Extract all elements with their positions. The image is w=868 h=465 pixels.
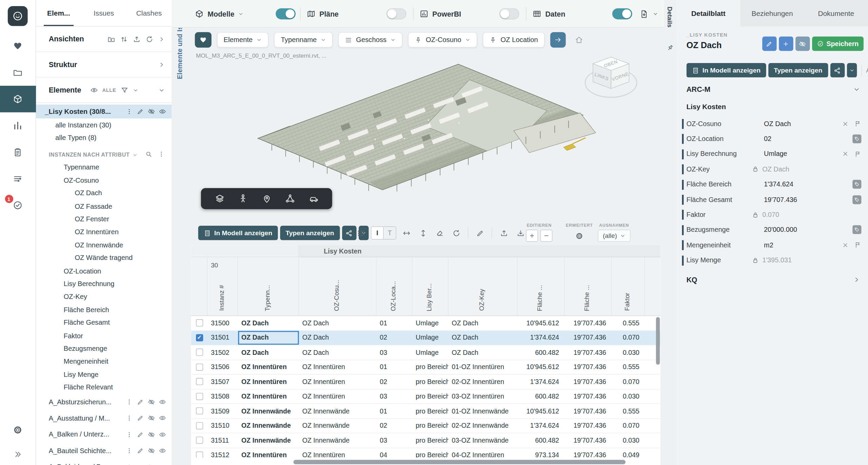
field-value[interactable]: 1'395.031 xyxy=(762,256,792,264)
cell-oz-cosuno[interactable]: OZ Dach xyxy=(299,316,377,330)
tree-item-alle-typen[interactable]: alle Typen (8) xyxy=(36,132,172,144)
pdf-export-icon[interactable] xyxy=(639,9,649,19)
modelle-label[interactable]: Modelle xyxy=(208,10,234,18)
cell-typenname[interactable]: OZ Innenwände xyxy=(238,419,299,433)
kebab-menu-icon[interactable] xyxy=(126,415,133,422)
eye-icon[interactable] xyxy=(159,447,166,454)
row-checkbox[interactable] xyxy=(196,319,203,326)
cell-faktor[interactable]: 0.030 xyxy=(612,345,645,360)
segment-types[interactable]: T xyxy=(383,227,396,239)
tree-item-lisy-kosten[interactable]: _Lisy Kosten (30/8... xyxy=(36,105,172,119)
cell-flaeche-gesamt[interactable]: 19'707.436 xyxy=(565,331,612,345)
viewport-3d[interactable]: OBEN LINKS VORNE xyxy=(172,60,664,221)
rail-reports-button[interactable] xyxy=(0,139,36,165)
flag-icon[interactable] xyxy=(854,241,861,248)
cell-flaeche-gesamt[interactable]: 19'707.436 xyxy=(565,448,612,458)
cell-oz-key[interactable]: 01-OZ Innentüren xyxy=(448,360,517,374)
save-button[interactable]: Speichern xyxy=(812,37,864,51)
pencil-icon[interactable] xyxy=(137,463,144,465)
eye-icon[interactable] xyxy=(159,108,166,115)
cell-flaeche-bereich[interactable]: 600.482 xyxy=(518,433,565,447)
typen-anzeigen-button[interactable]: Typen anzeigen xyxy=(768,63,828,77)
tree-attribute-item[interactable]: OZ Innenwände xyxy=(36,239,172,251)
bullet-list-button[interactable] xyxy=(354,226,368,240)
cell-oz-key[interactable]: OZ Dach xyxy=(448,331,517,345)
row-checkbox[interactable] xyxy=(196,451,203,458)
cell-flaeche-bereich[interactable]: 1'374.624 xyxy=(518,375,565,389)
tree-attribute-item[interactable]: OZ Innentüren xyxy=(36,226,172,239)
tree-attribute-item[interactable]: OZ Dach xyxy=(36,187,172,200)
cell-flaeche-bereich[interactable]: 1'374.624 xyxy=(518,419,565,433)
table-row[interactable]: 31501 OZ Dach OZ Dach 02 Umlage OZ Dach … xyxy=(191,331,660,345)
table-row[interactable]: 31507 OZ Innentüren OZ Innentüren 02 pro… xyxy=(191,375,660,389)
rail-settings-button[interactable] xyxy=(0,417,36,443)
person-walkthrough-icon[interactable] xyxy=(238,194,248,203)
cell-faktor[interactable]: 0.030 xyxy=(612,433,645,447)
header-faktor[interactable]: Faktor xyxy=(612,257,645,315)
eye-off-icon[interactable] xyxy=(148,447,155,454)
clear-value-icon[interactable] xyxy=(842,120,849,127)
export-button[interactable] xyxy=(514,226,527,240)
eye-off-icon[interactable] xyxy=(148,415,155,422)
cell-faktor[interactable]: 0.070 xyxy=(612,331,645,345)
header-flaeche-gesamt[interactable]: Fläche ... xyxy=(565,257,612,315)
field-value[interactable]: OZ Dach xyxy=(764,120,791,128)
section-struktur[interactable]: Struktur xyxy=(36,52,172,77)
tab-detailblatt[interactable]: Detailblatt xyxy=(676,0,740,26)
kebab-menu-icon[interactable] xyxy=(126,108,133,115)
cell-oz-key[interactable]: 03-OZ Innentüren xyxy=(448,389,517,404)
map-pin-icon[interactable] xyxy=(261,194,271,203)
row-checkbox[interactable] xyxy=(196,378,203,385)
cell-lisy-berechnung[interactable]: Umlage xyxy=(412,331,448,345)
plaene-label[interactable]: Pläne xyxy=(319,10,339,18)
filter-chip-geschoss[interactable]: Geschoss xyxy=(338,32,403,48)
attribute-field-row[interactable]: OZ-Location 02 xyxy=(676,132,868,147)
tree-item-alle-instanzen[interactable]: alle Instanzen (30) xyxy=(36,118,172,131)
pin-panel-icon[interactable] xyxy=(665,43,675,53)
cell-flaeche-bereich[interactable]: 10'945.612 xyxy=(518,316,565,330)
network-graph-icon[interactable] xyxy=(285,194,295,203)
eye-off-icon[interactable] xyxy=(148,463,155,465)
cell-typenname[interactable]: OZ Dach xyxy=(238,316,299,330)
attribute-field-row[interactable]: OZ-Cosuno OZ Dach xyxy=(676,116,868,132)
header-oz-location[interactable]: OZ-Loca... xyxy=(376,257,412,315)
tree-attribute-item[interactable]: Lisy Menge xyxy=(36,368,172,381)
field-value[interactable]: 1'374.624 xyxy=(764,181,793,188)
field-value[interactable]: OZ Dach xyxy=(762,165,789,173)
kebab-menu-icon[interactable] xyxy=(126,447,133,454)
kebab-menu-icon[interactable] xyxy=(158,150,165,158)
cell-lisy-berechnung[interactable]: pro Bereich xyxy=(412,433,448,447)
tab-clashes[interactable]: Clashes xyxy=(126,0,172,26)
attribute-field-row[interactable]: Fläche Gesamt 19'707.436 xyxy=(676,192,868,207)
refresh-button[interactable] xyxy=(450,226,463,240)
cell-oz-key[interactable]: OZ Dach xyxy=(448,316,517,330)
eye-icon[interactable] xyxy=(159,431,166,438)
tree-attribute-item[interactable]: Lisy Berechnung xyxy=(36,277,172,290)
edit-pen-button[interactable] xyxy=(473,226,487,240)
cell-oz-cosuno[interactable]: OZ Innentüren xyxy=(299,375,377,389)
header-instanz[interactable]: 30 Instanz # xyxy=(208,257,238,315)
category-list-item[interactable]: A_Bekleidung / Be... xyxy=(36,459,172,465)
cell-lisy-berechnung[interactable]: pro Bereich xyxy=(412,419,448,433)
header-flaeche-bereich[interactable]: Fläche ... xyxy=(518,257,565,315)
sort-icon[interactable] xyxy=(120,35,128,43)
cell-faktor[interactable]: 0.049 xyxy=(612,448,645,458)
chevron-down-icon[interactable] xyxy=(133,87,138,93)
section-elemente[interactable]: Elemente ALLE xyxy=(36,78,172,103)
remove-row-button[interactable] xyxy=(540,230,552,242)
filter-chip-oz-location[interactable]: OZ Location xyxy=(483,32,545,48)
tree-attribute-item[interactable]: OZ-Key xyxy=(36,290,172,303)
edit-button[interactable] xyxy=(762,37,776,51)
table-row[interactable]: 31506 OZ Innentüren OZ Innentüren 01 pro… xyxy=(191,360,660,375)
cell-flaeche-gesamt[interactable]: 19'707.436 xyxy=(565,419,612,433)
advanced-settings-button[interactable] xyxy=(573,230,586,242)
kebab-menu-icon[interactable] xyxy=(126,399,133,406)
pencil-icon[interactable] xyxy=(137,399,144,406)
cell-typenname[interactable]: OZ Innentüren xyxy=(238,360,299,374)
folder-plus-icon[interactable] xyxy=(107,35,115,43)
row-checkbox[interactable] xyxy=(196,422,203,429)
row-checkbox[interactable] xyxy=(196,437,203,444)
search-icon[interactable] xyxy=(145,150,152,158)
rail-tasks-button[interactable] xyxy=(0,165,36,192)
category-list-item[interactable]: A_Bauteil Schichte... xyxy=(36,443,172,459)
